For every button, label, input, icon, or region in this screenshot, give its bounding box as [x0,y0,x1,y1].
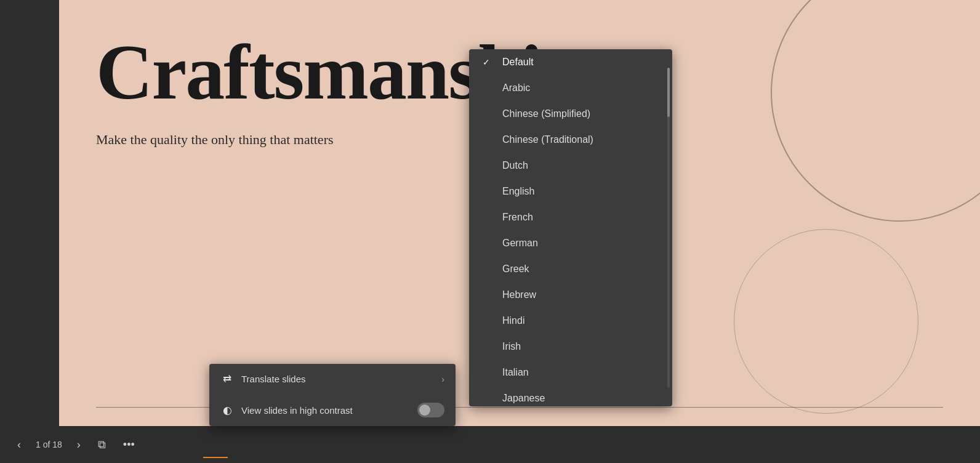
lang-label-german: German [502,238,538,249]
high-contrast-left: ◐ View slides in high contrast [220,404,353,417]
lang-item-irish[interactable]: Irish [469,334,672,360]
more-button[interactable]: ••• [118,435,140,455]
scrollbar-thumb[interactable] [667,68,670,117]
context-menu: ⇄ Translate slides › ◐ View slides in hi… [209,364,456,426]
high-contrast-label: View slides in high contrast [241,405,353,416]
lang-label-chinese-simplified: Chinese (Simplified) [502,108,590,119]
lang-label-japanese: Japanese [502,393,545,404]
lang-label-italian: Italian [502,367,529,378]
lang-item-chinese-simplified[interactable]: Chinese (Simplified) [469,101,672,127]
translate-icon: ⇄ [220,372,234,385]
translate-slides-left: ⇄ Translate slides [220,372,306,385]
slideshow-icon: ⧉ [98,438,106,451]
prev-button[interactable]: ‹ [12,435,26,455]
circle-decoration-2 [734,229,918,414]
high-contrast-item[interactable]: ◐ View slides in high contrast [209,394,456,426]
prev-icon: ‹ [17,438,21,451]
lang-label-irish: Irish [502,341,521,352]
lang-item-english[interactable]: English [469,179,672,204]
lang-item-arabic[interactable]: Arabic [469,75,672,101]
next-button[interactable]: › [72,435,86,455]
lang-label-greek: Greek [502,264,529,275]
lang-label-hindi: Hindi [502,315,524,326]
translate-slides-item[interactable]: ⇄ Translate slides › [209,364,456,394]
bottom-toolbar: ‹ 1 of 18 › ⧉ ••• [0,426,980,463]
language-dropdown: ✓DefaultArabicChinese (Simplified)Chines… [469,49,672,406]
lang-item-japanese[interactable]: Japanese [469,385,672,406]
contrast-icon: ◐ [220,404,234,417]
lang-label-chinese-traditional: Chinese (Traditional) [502,134,593,145]
left-sidebar [0,0,59,426]
lang-label-hebrew: Hebrew [502,289,536,300]
lang-item-german[interactable]: German [469,230,672,256]
lang-item-default[interactable]: ✓Default [469,49,672,75]
slideshow-button[interactable]: ⧉ [93,435,111,455]
check-icon-default: ✓ [483,57,494,67]
page-info: 1 of 18 [36,440,62,449]
lang-label-english: English [502,186,534,197]
lang-item-greek[interactable]: Greek [469,256,672,282]
lang-item-dutch[interactable]: Dutch [469,153,672,179]
next-icon: › [77,438,81,451]
toolbar-divider-line [203,457,228,458]
lang-item-hindi[interactable]: Hindi [469,308,672,334]
translate-slides-label: Translate slides [241,374,306,384]
lang-label-dutch: Dutch [502,160,528,171]
circle-decoration-1 [771,0,980,222]
lang-label-french: French [502,212,533,223]
lang-item-chinese-traditional[interactable]: Chinese (Traditional) [469,127,672,153]
lang-label-arabic: Arabic [502,83,530,94]
toggle-knob [419,405,430,416]
lang-item-italian[interactable]: Italian [469,360,672,385]
lang-item-hebrew[interactable]: Hebrew [469,282,672,308]
more-icon: ••• [123,438,135,451]
lang-item-french[interactable]: French [469,204,672,230]
lang-label-default: Default [502,57,534,68]
scrollbar-track[interactable] [667,68,670,388]
high-contrast-toggle[interactable] [417,403,444,417]
translate-chevron-icon: › [441,374,444,384]
